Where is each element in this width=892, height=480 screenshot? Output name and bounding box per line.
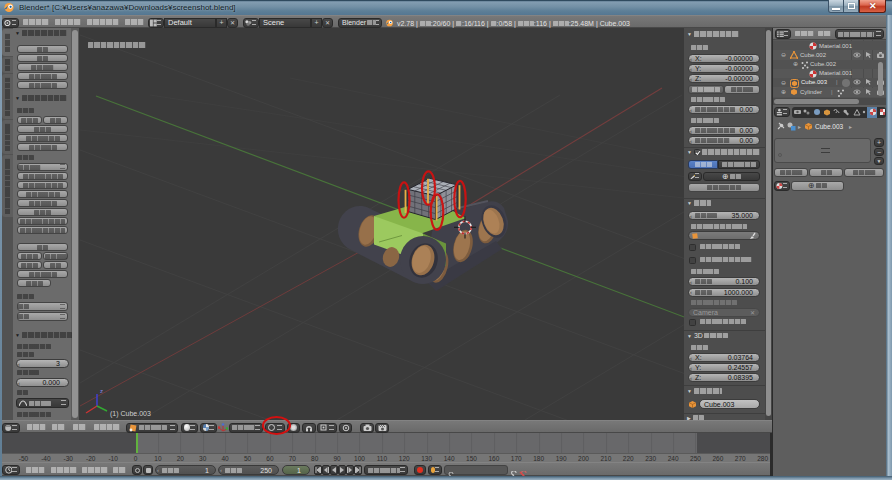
svg-text:z: z	[100, 388, 103, 394]
svg-text:(1) Cube.003: (1) Cube.003	[110, 410, 151, 418]
